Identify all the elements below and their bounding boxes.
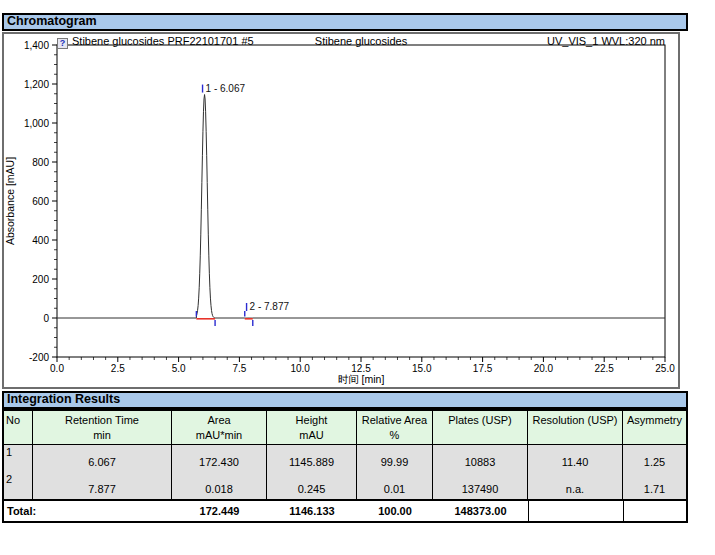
x-tick-label: 2.5	[111, 363, 125, 374]
x-tick-label: 0.0	[50, 363, 64, 374]
result-cell: 1145.889	[267, 445, 357, 472]
peak-label: 2 - 7.877	[250, 301, 290, 312]
x-tick-label: 22.5	[594, 363, 614, 374]
peak-number-cell: 1	[4, 445, 33, 472]
result-cell: 99.99	[357, 445, 433, 472]
column-header-relative-area: Relative Area%	[357, 411, 433, 444]
peak-label: 1 - 6.067	[206, 83, 246, 94]
integration-results-section-title: Integration Results	[2, 391, 688, 409]
total-cell: 1146.133	[267, 501, 357, 521]
chromatogram-plot: -20002004006008001,0001,2001,4000.02.55.…	[4, 34, 678, 387]
detector-channel: UV_VIS_1 WVL:320 nm	[547, 35, 665, 47]
result-cell: 0.01	[357, 472, 433, 499]
y-tick-label: 600	[32, 196, 49, 207]
x-tick-label: 5.0	[172, 363, 186, 374]
y-tick-label: 200	[32, 274, 49, 285]
table-body: 16.067172.4301145.88999.991088311.401.25…	[4, 445, 686, 501]
column-header-no: No	[4, 411, 33, 444]
result-cell: 7.877	[33, 472, 172, 499]
chart-header: ?Stibene glucosides PRF22101701 #5 Stibe…	[4, 35, 678, 47]
result-cell: 0.245	[267, 472, 357, 499]
x-tick-label: 7.5	[232, 363, 246, 374]
table-total-row: Total:172.4491146.133100.00148373.00	[4, 501, 686, 521]
y-tick-label: 1,200	[24, 79, 49, 90]
total-label: Total:	[4, 501, 172, 521]
y-tick-label: 0	[43, 313, 49, 324]
result-cell: 137490	[433, 472, 528, 499]
x-tick-label: 25.0	[655, 363, 675, 374]
column-header-plates-usp: Plates (USP)	[433, 411, 528, 444]
result-cell: n.a.	[528, 472, 623, 499]
total-cell: 172.449	[172, 501, 267, 521]
column-header-height: HeightmAU	[267, 411, 357, 444]
signal-trace	[57, 95, 665, 318]
total-cell: 148373.00	[433, 501, 528, 521]
y-tick-label: 800	[32, 157, 49, 168]
result-cell: 11.40	[528, 445, 623, 472]
y-tick-label: 1,000	[24, 118, 49, 129]
result-cell: 10883	[433, 445, 528, 472]
x-tick-label: 15.0	[412, 363, 432, 374]
y-axis-label: Absorbance [mAU]	[4, 157, 16, 245]
y-tick-label: -200	[29, 352, 49, 363]
x-axis-label: 时间 [min]	[338, 373, 385, 385]
total-cell	[623, 501, 686, 521]
result-cell: 172.430	[172, 445, 267, 472]
y-tick-label: 400	[32, 235, 49, 246]
integration-results-table: NoRetention TimeminAreamAU*minHeightmAUR…	[2, 409, 688, 523]
column-header-retention-time: Retention Timemin	[33, 411, 172, 444]
x-tick-label: 10.0	[290, 363, 310, 374]
result-cell: 6.067	[33, 445, 172, 472]
peak-number-cell: 2	[4, 472, 33, 499]
total-cell: 100.00	[357, 501, 433, 521]
x-tick-label: 17.5	[473, 363, 493, 374]
table-header-row: NoRetention TimeminAreamAU*minHeightmAUR…	[4, 411, 686, 445]
result-cell: 0.018	[172, 472, 267, 499]
column-header-asymmetry: Asymmetry	[623, 411, 686, 444]
result-cell: 1.71	[623, 472, 686, 499]
chromatogram-section-title: Chromatogram	[2, 13, 688, 31]
chromatography-report: Chromatogram -20002004006008001,0001,200…	[0, 0, 715, 555]
total-cell	[528, 501, 623, 521]
column-header-area: AreamAU*min	[172, 411, 267, 444]
x-tick-label: 20.0	[534, 363, 554, 374]
plot-frame	[57, 45, 665, 357]
chromatogram-panel: -20002004006008001,0001,2001,4000.02.55.…	[2, 32, 680, 389]
column-header-resolution-usp: Resolution (USP)	[528, 411, 623, 444]
result-cell: 1.25	[623, 445, 686, 472]
